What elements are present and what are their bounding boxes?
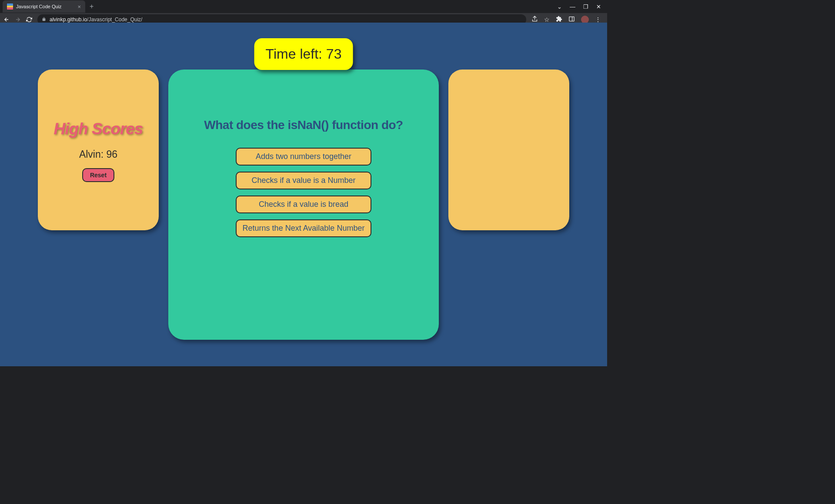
reload-icon[interactable] [26, 17, 32, 23]
high-scores-panel: High Scores Alvin: 96 Reset [38, 70, 159, 230]
question-text: What does the isNaN() function do? [195, 118, 411, 132]
close-window-icon[interactable]: ✕ [596, 3, 601, 10]
timer-label: Time left: [266, 46, 326, 62]
forward-icon[interactable] [15, 17, 21, 23]
svg-rect-0 [569, 17, 574, 21]
answer-option[interactable]: Checks if a value is bread [236, 196, 371, 213]
window-controls: ⌄ — ❐ ✕ [557, 3, 607, 10]
menu-icon[interactable]: ⋮ [595, 16, 601, 23]
close-tab-icon[interactable]: × [77, 3, 81, 10]
back-icon[interactable] [3, 17, 10, 23]
quiz-card: What does the isNaN() function do? Adds … [168, 70, 439, 340]
star-icon[interactable]: ☆ [544, 16, 550, 23]
main-layout: High Scores Alvin: 96 Reset What does th… [0, 40, 607, 340]
reset-button[interactable]: Reset [82, 168, 114, 182]
page-content: Time left: 73 High Scores Alvin: 96 Rese… [0, 23, 607, 366]
score-entry: Alvin: 96 [79, 149, 117, 160]
timer-badge: Time left: 73 [254, 38, 353, 70]
answer-option[interactable]: Checks if a value is a Number [236, 172, 371, 189]
url-text: alvinkp.github.io/Javascript_Code_Quiz/ [50, 17, 142, 23]
chevron-down-icon[interactable]: ⌄ [557, 3, 562, 10]
answer-option[interactable]: Returns the Next Available Number [236, 219, 371, 237]
tab-title: Javascript Code Quiz [16, 4, 74, 9]
maximize-icon[interactable]: ❐ [583, 3, 588, 10]
favicon-icon [7, 3, 13, 10]
new-tab-button[interactable]: + [85, 3, 98, 10]
minimize-icon[interactable]: — [570, 3, 575, 10]
browser-chrome: Javascript Code Quiz × + ⌄ — ❐ ✕ alvinkp… [0, 0, 607, 23]
answer-option[interactable]: Adds two numbers together [236, 148, 371, 166]
lock-icon [42, 17, 46, 22]
high-scores-title: High Scores [54, 120, 143, 138]
browser-tab[interactable]: Javascript Code Quiz × [3, 0, 85, 13]
timer-value: 73 [326, 46, 342, 62]
tab-bar: Javascript Code Quiz × + ⌄ — ❐ ✕ [0, 0, 607, 13]
answer-list: Adds two numbers together Checks if a va… [236, 148, 371, 237]
right-panel [448, 70, 569, 230]
